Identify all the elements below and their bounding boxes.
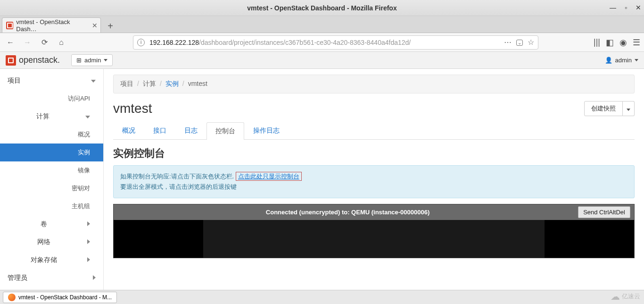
sidebar-item-label: 管理员 — [8, 274, 27, 282]
vnc-console: Connected (unencrypted) to: QEMU (instan… — [113, 204, 635, 258]
chevron-down-icon — [635, 59, 638, 61]
url-bar[interactable]: i 192.168.222.128/dashboard/project/inst… — [133, 35, 538, 50]
project-name: admin — [84, 57, 101, 64]
openstack-topbar: openstack. admin admin — [0, 52, 644, 69]
tab-overview[interactable]: 概况 — [113, 122, 144, 139]
chevron-right-icon — [93, 275, 96, 281]
user-menu[interactable]: admin — [605, 57, 638, 64]
sidebar-item-label: 实例 — [78, 148, 90, 157]
pocket-icon[interactable] — [516, 38, 523, 47]
hint-text-1: 如果控制台无响应:请点击下面灰色状态栏. — [120, 173, 236, 180]
breadcrumb-instances[interactable]: 实例 — [165, 80, 179, 88]
show-only-console-link[interactable]: 点击此处只显示控制台 — [236, 172, 302, 181]
hint-text-2: 要退出全屏模式，请点击浏览器的后退按键 — [120, 182, 627, 192]
firefox-icon — [8, 294, 16, 301]
action-button-group: 创建快照 — [584, 101, 635, 116]
detail-tabs: 概况 接口 日志 控制台 操作日志 — [113, 122, 635, 140]
taskbar-firefox[interactable]: vmtest - OpenStack Dashboard - M... — [3, 292, 117, 303]
browser-tab[interactable]: vmtest - OpenStack Dash… ✕ — [2, 17, 101, 33]
console-viewport[interactable] — [203, 220, 545, 258]
breadcrumb-compute[interactable]: 计算 — [143, 80, 156, 88]
sidebar-item-admin[interactable]: 管理员 — [0, 269, 103, 287]
project-selector[interactable]: admin — [71, 54, 113, 66]
taskbar-app-label: vmtest - OpenStack Dashboard - M... — [18, 294, 112, 301]
chevron-down-icon — [85, 113, 90, 120]
sidebar-item-instances[interactable]: 实例 — [0, 144, 103, 161]
sidebar-item-label: 概况 — [78, 130, 90, 139]
chevron-down-icon — [91, 77, 96, 84]
tab-interfaces[interactable]: 接口 — [144, 122, 175, 139]
sidebar-item-network[interactable]: 网络 — [0, 233, 103, 251]
browser-tabstrip: vmtest - OpenStack Dash… ✕ + — [0, 16, 644, 33]
url-path: /dashboard/project/instances/c367b561-ce… — [199, 39, 411, 46]
window-maximize-icon[interactable]: ▫ — [625, 4, 627, 11]
chevron-down-icon — [104, 59, 107, 61]
sidebar-item-project[interactable]: 项目 — [0, 72, 103, 90]
forward-icon[interactable] — [21, 36, 34, 49]
sidebar-item-api[interactable]: 访问API — [0, 90, 103, 108]
sidebar-item-label: 镜像 — [78, 166, 90, 175]
reload-icon[interactable] — [38, 36, 51, 49]
watermark-text: 亿速云 — [622, 292, 640, 301]
console-screen[interactable] — [114, 220, 634, 258]
site-info-icon[interactable]: i — [137, 39, 145, 46]
window-titlebar: vmtest - OpenStack Dashboard - Mozilla F… — [0, 0, 644, 16]
tab-console[interactable]: 控制台 — [206, 122, 244, 140]
window-title: vmtest - OpenStack Dashboard - Mozilla F… — [247, 4, 396, 12]
library-icon[interactable] — [594, 37, 600, 47]
sidebar-item-compute[interactable]: 计算 — [0, 108, 103, 126]
action-dropdown-button[interactable] — [623, 101, 635, 116]
chevron-right-icon — [87, 239, 90, 245]
cloud-icon: ☁ — [611, 291, 620, 302]
back-icon[interactable] — [4, 36, 17, 49]
breadcrumb-current: vmtest — [188, 80, 207, 88]
console-heading: 实例控制台 — [113, 146, 635, 160]
window-minimize-icon[interactable]: — — [610, 4, 616, 11]
sidebar-item-label: 卷 — [0, 220, 87, 228]
watermark: ☁ 亿速云 — [611, 291, 640, 302]
openstack-logo[interactable]: openstack. — [6, 55, 60, 66]
sidebar-item-label: 主机组 — [72, 202, 90, 211]
window-close-icon[interactable]: ✕ — [636, 4, 641, 11]
send-ctrlaltdel-button[interactable]: Send CtrlAltDel — [578, 206, 630, 218]
tab-action-log[interactable]: 操作日志 — [244, 122, 289, 139]
hamburger-menu-icon[interactable] — [633, 37, 640, 48]
console-status: Connected (unencrypted) to: QEMU (instan… — [117, 209, 578, 216]
chevron-right-icon — [87, 221, 90, 228]
browser-tab-label: vmtest - OpenStack Dash… — [16, 18, 89, 33]
url-host: 192.168.222.128 — [149, 39, 199, 46]
sidebar-item-volumes[interactable]: 卷 — [0, 215, 103, 233]
content: 项目/ 计算/ 实例/ vmtest vmtest 创建快照 概况 接口 日志 … — [104, 69, 644, 290]
console-hint-alert: 如果控制台无响应:请点击下面灰色状态栏. 点击此处只显示控制台 要退出全屏模式，… — [113, 165, 635, 198]
sidebar-item-object-store[interactable]: 对象存储 — [0, 251, 103, 269]
sidebar-item-label: 项目 — [8, 76, 21, 85]
sidebar-item-label: 对象存储 — [0, 256, 87, 264]
sidebar-item-label: 密钥对 — [72, 184, 90, 193]
project-icon — [76, 57, 82, 64]
page-title: vmtest — [113, 101, 152, 116]
sidebar-item-server-groups[interactable]: 主机组 — [0, 197, 103, 215]
sidebar-item-keypairs[interactable]: 密钥对 — [0, 179, 103, 197]
new-tab-button[interactable]: + — [104, 19, 117, 33]
sidebar-toggle-icon[interactable] — [606, 37, 614, 48]
bookmark-star-icon[interactable] — [528, 38, 534, 47]
page-actions-icon[interactable] — [504, 38, 512, 47]
chevron-right-icon — [87, 257, 90, 263]
sidebar-item-label: 网络 — [0, 238, 87, 246]
breadcrumb: 项目/ 计算/ 实例/ vmtest — [113, 75, 635, 93]
account-icon[interactable] — [619, 37, 627, 48]
home-icon[interactable] — [55, 36, 68, 49]
sidebar-item-label: 访问API — [68, 94, 90, 103]
browser-navbar: i 192.168.222.128/dashboard/project/inst… — [0, 33, 644, 52]
openstack-brand-text: openstack. — [19, 55, 60, 65]
tab-close-icon[interactable]: ✕ — [92, 22, 98, 29]
tab-log[interactable]: 日志 — [175, 122, 206, 139]
sidebar-item-overview[interactable]: 概况 — [0, 126, 103, 144]
breadcrumb-project[interactable]: 项目 — [120, 80, 133, 88]
user-name: admin — [615, 57, 632, 64]
sidebar-item-images[interactable]: 镜像 — [0, 161, 103, 179]
sidebar-item-label: 计算 — [0, 112, 85, 121]
create-snapshot-button[interactable]: 创建快照 — [584, 101, 623, 116]
openstack-logo-icon — [6, 55, 16, 66]
console-header[interactable]: Connected (unencrypted) to: QEMU (instan… — [114, 204, 634, 220]
